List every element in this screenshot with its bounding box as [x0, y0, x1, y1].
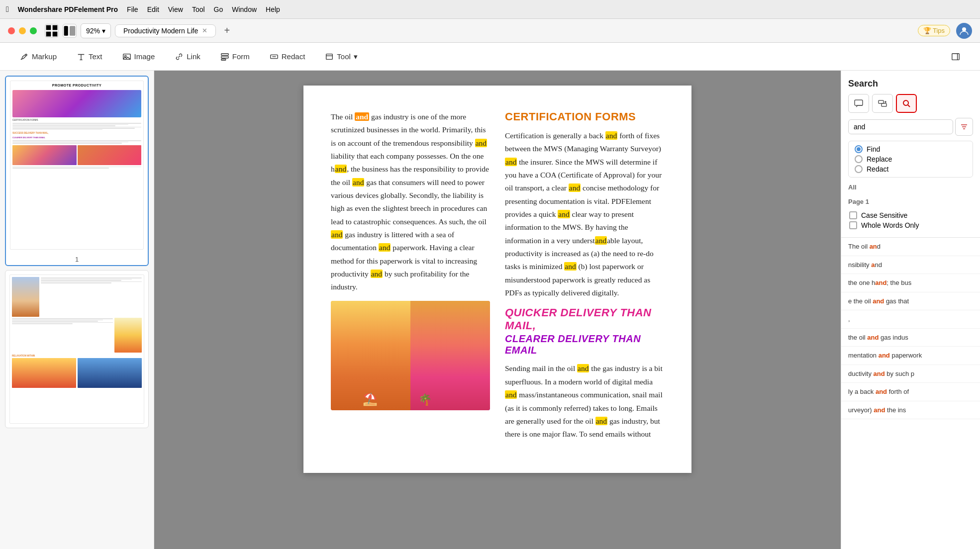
- redact-radio-indicator: [855, 165, 863, 173]
- result-item-10[interactable]: urveyor) and the ins: [841, 401, 980, 420]
- case-sensitive-checkbox[interactable]: [849, 211, 857, 219]
- document-tab[interactable]: Productivity Modern Life ✕: [115, 24, 216, 37]
- highlight-and-q1: and: [577, 364, 589, 372]
- result-item-6[interactable]: the oil and gas indus: [841, 329, 980, 347]
- image-button[interactable]: Image: [114, 49, 163, 64]
- menu-tool[interactable]: Tool: [192, 5, 205, 13]
- tab-close-icon[interactable]: ✕: [202, 27, 207, 34]
- result-item-9[interactable]: ly a back and forth of: [841, 383, 980, 401]
- close-button[interactable]: [8, 27, 15, 34]
- link-button[interactable]: Link: [167, 49, 208, 64]
- thumbnail-1[interactable]: PROMOTE PRODUCTIVITY CERTIFICATION FORMS…: [5, 76, 149, 266]
- grid-view-button[interactable]: [45, 24, 59, 38]
- redact-button[interactable]: Redact: [262, 49, 313, 64]
- replace-search-tab[interactable]: [872, 94, 893, 113]
- svg-rect-5: [70, 26, 75, 36]
- redact-radio[interactable]: Redact: [855, 165, 967, 173]
- result-item-4[interactable]: e the oil and gas that: [841, 292, 980, 311]
- result-text: the ins: [885, 406, 906, 414]
- highlight-and-6: and: [371, 270, 383, 278]
- search-title: Search: [848, 79, 973, 89]
- highlight-and-cert-6: and: [564, 262, 576, 271]
- search-filter-button[interactable]: [955, 118, 973, 136]
- menu-help[interactable]: Help: [266, 5, 280, 13]
- result-text: gas indus: [879, 334, 908, 341]
- thumbnail-2[interactable]: RELAXATION WITHIN: [5, 270, 149, 428]
- result-highlight: and: [874, 406, 885, 414]
- highlight-and-q3: and: [595, 417, 607, 425]
- text-button[interactable]: Text: [69, 49, 110, 64]
- search-page-label: Page 1: [848, 197, 973, 206]
- highlight-and-4: and: [331, 230, 343, 239]
- result-text: forth of: [887, 388, 909, 395]
- zoom-control[interactable]: 92% ▾: [81, 23, 111, 38]
- highlight-and-cert-2: and: [505, 158, 517, 166]
- thumbnail-sidebar: PROMOTE PRODUCTIVITY CERTIFICATION FORMS…: [0, 71, 154, 549]
- svg-rect-4: [64, 26, 68, 36]
- result-text: e the oil: [848, 297, 873, 305]
- new-tab-button[interactable]: +: [220, 24, 234, 38]
- comment-search-tab[interactable]: [848, 94, 869, 113]
- highlight-and-1: and: [355, 112, 369, 121]
- result-item-1[interactable]: The oil and: [841, 238, 980, 256]
- case-sensitive-option[interactable]: Case Sensitive: [849, 211, 972, 219]
- find-label: Find: [867, 145, 880, 153]
- find-radio[interactable]: Find: [855, 145, 967, 153]
- highlight-and-cert-3: and: [569, 183, 581, 192]
- replace-radio-indicator: [855, 155, 863, 163]
- result-text: urveyor): [848, 406, 874, 414]
- menu-view[interactable]: View: [168, 5, 183, 13]
- result-highlight: and: [879, 352, 890, 359]
- search-input[interactable]: [848, 119, 953, 134]
- sidebar-panel-button[interactable]: [943, 49, 968, 64]
- result-text: the one h: [848, 279, 875, 286]
- result-highlight: and: [867, 334, 879, 341]
- result-text: nsibility: [848, 261, 871, 269]
- tool-button[interactable]: Tool ▾: [317, 49, 366, 64]
- result-text: ; the bus: [886, 279, 911, 286]
- result-highlight: and: [876, 388, 887, 395]
- result-text: nd: [875, 261, 882, 269]
- replace-radio[interactable]: Replace: [855, 155, 967, 163]
- apple-menu[interactable]: : [6, 5, 9, 14]
- svg-rect-3: [53, 31, 58, 36]
- search-input-row: [848, 118, 973, 136]
- markup-button[interactable]: Markup: [12, 49, 65, 64]
- result-text: by such p: [885, 370, 914, 377]
- minimize-button[interactable]: [19, 27, 26, 34]
- result-item-5[interactable]: ,: [841, 310, 980, 329]
- search-mode-tabs: [848, 94, 973, 113]
- maximize-button[interactable]: [30, 27, 37, 34]
- menu-file[interactable]: File: [127, 5, 138, 13]
- result-item-3[interactable]: the one hand; the bus: [841, 274, 980, 292]
- whole-words-option[interactable]: Whole Words Only: [849, 221, 972, 229]
- menu-go[interactable]: Go: [214, 5, 223, 13]
- svg-rect-9: [221, 53, 228, 55]
- toolbar: Markup Text Image Link Form Redact Tool …: [0, 43, 980, 71]
- search-results-list: The oil and nsibility and the one hand; …: [841, 237, 980, 549]
- form-button[interactable]: Form: [212, 49, 258, 64]
- result-item-7[interactable]: mentation and paperwork: [841, 347, 980, 365]
- result-text: d: [877, 243, 881, 250]
- result-text: The oil: [848, 243, 870, 250]
- user-avatar[interactable]: [956, 23, 972, 39]
- search-options-group: Case Sensitive Whole Words Only: [848, 211, 973, 229]
- result-highlight: and: [875, 279, 886, 286]
- tips-button[interactable]: 🏆 Tips: [918, 25, 950, 36]
- svg-rect-13: [326, 54, 333, 59]
- result-item-8[interactable]: ductivity and by such p: [841, 365, 980, 383]
- result-text: mentation: [848, 352, 879, 359]
- text-search-tab[interactable]: [896, 94, 917, 113]
- sidebar-toggle-button[interactable]: [63, 24, 77, 38]
- menu-edit[interactable]: Edit: [147, 5, 159, 13]
- svg-point-18: [903, 100, 908, 105]
- menu-window[interactable]: Window: [232, 5, 257, 13]
- beach-image: ⛱️ 🌴: [331, 301, 490, 410]
- result-item-2[interactable]: nsibility and: [841, 256, 980, 274]
- svg-rect-10: [221, 56, 228, 58]
- whole-words-checkbox[interactable]: [849, 221, 857, 229]
- result-text: paperwork: [890, 352, 922, 359]
- quicker-title: QUICKER DELIVERY THAN MAIL,: [505, 306, 664, 332]
- cert-title: CERTIFICATION FORMS: [505, 110, 664, 123]
- svg-rect-16: [879, 100, 883, 103]
